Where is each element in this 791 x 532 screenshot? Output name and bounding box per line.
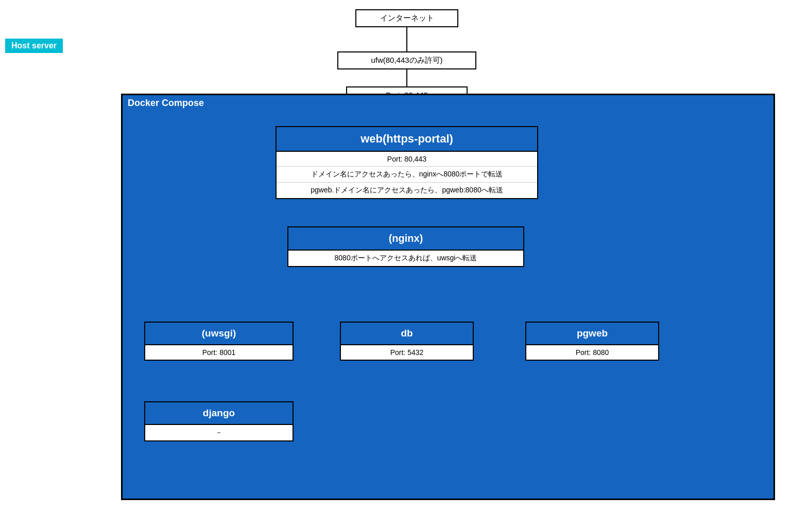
django-box: django －	[144, 401, 294, 441]
nginx-box: (nginx) 8080ポートへアクセスあれば、uwsgiへ転送	[287, 226, 524, 267]
pgweb-box: pgweb Port: 8080	[525, 322, 659, 361]
docker-compose-label: Docker Compose	[128, 98, 204, 109]
web-port: Port: 80,443	[277, 152, 537, 167]
db-port: Port: 5432	[341, 345, 473, 360]
pgweb-box-title: pgweb	[526, 323, 658, 345]
uwsgi-port: Port: 8001	[145, 345, 293, 360]
db-box-title: db	[341, 323, 473, 345]
web-box: web(https-portal) Port: 80,443 ドメイン名にアクセ…	[276, 126, 538, 199]
nginx-rule: 8080ポートへアクセスあれば、uwsgiへ転送	[288, 251, 523, 266]
django-port: －	[145, 425, 293, 440]
django-box-title: django	[145, 402, 293, 425]
uwsgi-box-title: (uwsgi)	[145, 323, 293, 345]
internet-box: インターネット	[355, 9, 458, 27]
internet-label: インターネット	[380, 13, 434, 22]
uwsgi-box: (uwsgi) Port: 8001	[144, 322, 294, 361]
ufw-label: ufw(80,443のみ許可)	[371, 56, 442, 64]
db-box: db Port: 5432	[340, 322, 474, 361]
host-server-label: Host server	[5, 39, 63, 53]
web-box-title: web(https-portal)	[277, 127, 537, 152]
nginx-box-title: (nginx)	[288, 227, 523, 251]
pgweb-port: Port: 8080	[526, 345, 658, 360]
web-rule2: pgweb.ドメイン名にアクセスあったら、pgweb:8080へ転送	[277, 183, 537, 198]
ufw-box: ufw(80,443のみ許可)	[337, 51, 476, 69]
web-rule1: ドメイン名にアクセスあったら、nginxへ8080ポートで転送	[277, 167, 537, 183]
